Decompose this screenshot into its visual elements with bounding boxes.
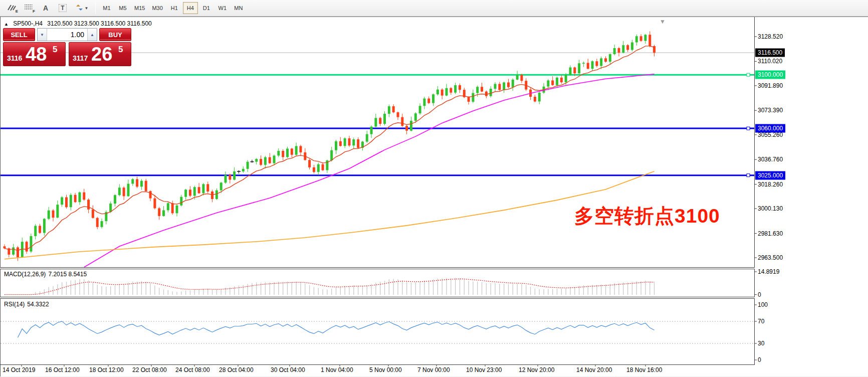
rsi-value: 54.3322 [27,301,49,308]
sell-price-fraction: 5 [53,45,57,55]
chart-left-border [0,17,1,376]
chart-styles-button[interactable]: E [3,2,20,15]
time-axis-label: 18 Nov 16:00 [626,366,662,373]
time-axis-label: 18 Oct 12:00 [89,366,124,373]
timeframe-button-h4[interactable]: H4 [183,2,198,14]
letter-a-icon: A [43,4,48,12]
grid-button[interactable]: F [20,2,37,15]
rsi-axis-label: 0 [758,356,761,363]
trade-panel-top-row: SELL ▼ ▲ BUY [3,28,131,41]
trade-panel-price-row: 3116 48 5 3117 26 5 [3,42,131,66]
dropdown-caret-icon: ▼ [85,6,89,11]
toolbar-separator [95,2,96,14]
timeframe-button-d1[interactable]: D1 [199,2,214,14]
price-badge-3100: 3100.000 [755,71,785,79]
timeframe-group: M1M5M15M30H1H4D1W1MN [99,2,247,14]
price-tick-label: 3018.260 [758,181,783,188]
buy-price-pips: 26 [91,44,112,65]
chart-annotation[interactable]: 多空转折点3100 [574,203,720,230]
price-badge-3060: 3060.000 [755,124,785,133]
timeframe-button-m15[interactable]: M15 [131,2,148,14]
sell-button[interactable]: SELL [3,28,35,41]
grid-icon [25,4,33,13]
chart-styles-label: E [16,9,18,14]
pane-separator-rsi[interactable] [0,297,755,299]
arrange-button[interactable]: ▼ [71,2,93,15]
price-tick-label: 3000.130 [758,205,783,212]
macd-label: MACD(12,26,9)7.2015 8.5415 [4,271,89,278]
time-axis-label: 1 Nov 04:00 [321,366,353,373]
sort-arrows-icon [76,4,83,13]
time-axis-label: 12 Nov 20:00 [519,366,554,373]
rsi-axis-label: 30 [758,340,764,347]
grid-label: F [33,9,35,14]
volume-spinner: ▼ ▲ [37,28,97,41]
time-axis-label: 10 Nov 23:00 [466,366,502,373]
scroll-to-end-icon[interactable]: ▼ [660,18,666,25]
price-badge-3025: 3025.000 [755,171,785,179]
volume-increase-button[interactable]: ▲ [87,29,97,41]
timeframe-button-m1[interactable]: M1 [99,2,114,14]
volume-decrease-button[interactable]: ▼ [38,29,47,41]
chart-surface[interactable] [0,17,868,376]
text-annotation-button[interactable]: A [37,2,54,15]
spinner-up-icon: ▲ [90,33,94,37]
time-axis-label: 22 Oct 08:00 [132,366,167,373]
buy-price-fraction: 5 [118,45,123,55]
text-box-icon: T [59,4,66,12]
trading-terminal: E F A T ▼ [0,0,868,377]
symbol-name: SP500-,H4 [13,20,43,27]
chart-styles-icon [7,4,16,13]
price-tick-label: 3036.760 [758,156,783,163]
price-badge-3116.5: 3116.500 [755,49,785,57]
time-axis-label: 24 Oct 08:00 [175,366,210,373]
macd-values: 7.2015 8.5415 [48,271,87,278]
macd-name: MACD(12,26,9) [4,271,46,278]
time-axis-label: 5 Nov 00:00 [369,366,402,373]
buy-price-handle: 3117 [73,54,88,62]
sell-price-handle: 3116 [7,54,22,62]
collapse-arrow-icon[interactable]: ▲ [4,22,9,27]
time-axis-label: 28 Oct 04:00 [219,366,254,373]
sell-price-panel[interactable]: 3116 48 5 [3,42,66,66]
price-axis-border [754,17,755,364]
timeframe-button-m30[interactable]: M30 [149,2,165,14]
ohlc-values: 3120.500 3123.500 3116.500 3116.500 [47,20,151,27]
price-tick-label: 3091.890 [758,82,783,89]
timeframe-button-mn[interactable]: MN [231,2,246,14]
rsi-label: RSI(14)54.3322 [4,301,52,308]
price-tick-label: 3073.390 [758,107,783,114]
buy-button[interactable]: BUY [99,28,131,41]
symbol-header: ▲ SP500-,H4 3120.500 3123.500 3116.500 3… [4,20,155,27]
toolbar: E F A T ▼ [0,0,868,17]
time-axis-label: 30 Oct 04:00 [271,366,305,373]
timeframe-button-m5[interactable]: M5 [115,2,130,14]
rsi-name: RSI(14) [4,301,25,308]
spinner-down-icon: ▼ [40,33,44,37]
time-axis-border [0,364,755,365]
volume-input[interactable] [47,29,87,41]
price-tick-label: 2981.630 [758,230,783,237]
price-tick-label: 2963.500 [758,254,783,261]
sell-price-pips: 48 [26,44,47,65]
macd-axis-label: 0 [758,291,761,298]
rsi-axis-label: 70 [758,318,764,325]
timeframe-button-h1[interactable]: H1 [167,2,182,14]
price-tick-label: 3110.020 [758,58,782,65]
price-tick-label: 3128.520 [758,33,783,40]
time-axis-label: 7 Nov 00:00 [417,366,450,373]
time-axis-label: 16 Oct 12:00 [45,366,80,373]
timeframe-button-w1[interactable]: W1 [215,2,230,14]
time-axis-label: 14 Oct 2019 [3,366,35,373]
time-axis-label: 14 Nov 20:00 [576,366,612,373]
text-box-button[interactable]: T [54,2,71,15]
buy-price-panel[interactable]: 3117 26 5 [69,42,131,66]
macd-axis-label: 14.8919 [758,268,779,275]
rsi-axis-label: 100 [758,301,768,308]
pane-separator-macd[interactable] [0,267,755,269]
